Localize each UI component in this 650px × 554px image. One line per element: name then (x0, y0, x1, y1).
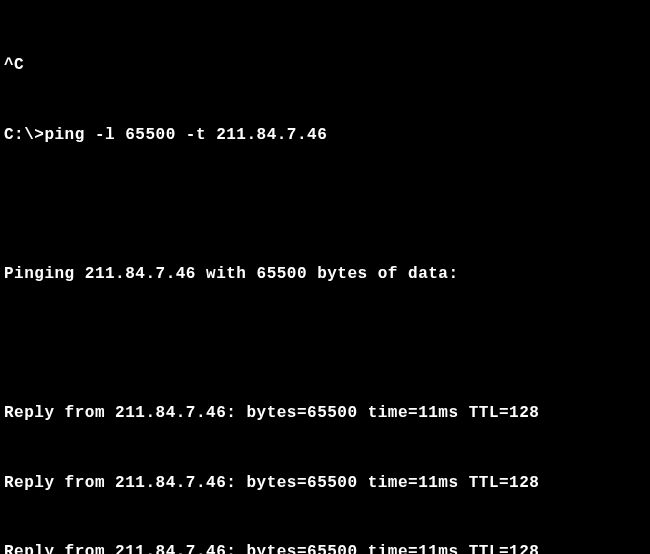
ping-header: Pinging 211.84.7.46 with 65500 bytes of … (4, 263, 646, 286)
empty-line (4, 194, 646, 217)
prompt: C:\> (4, 126, 44, 144)
command-line[interactable]: C:\>ping -l 65500 -t 211.84.7.46 (4, 124, 646, 147)
reply-line: Reply from 211.84.7.46: bytes=65500 time… (4, 402, 646, 425)
interrupt-line: ^C (4, 54, 646, 77)
reply-line: Reply from 211.84.7.46: bytes=65500 time… (4, 472, 646, 495)
command-text: ping -l 65500 -t 211.84.7.46 (44, 126, 327, 144)
empty-line (4, 333, 646, 356)
terminal-output: ^C C:\>ping -l 65500 -t 211.84.7.46 Ping… (4, 8, 646, 554)
reply-line: Reply from 211.84.7.46: bytes=65500 time… (4, 541, 646, 554)
